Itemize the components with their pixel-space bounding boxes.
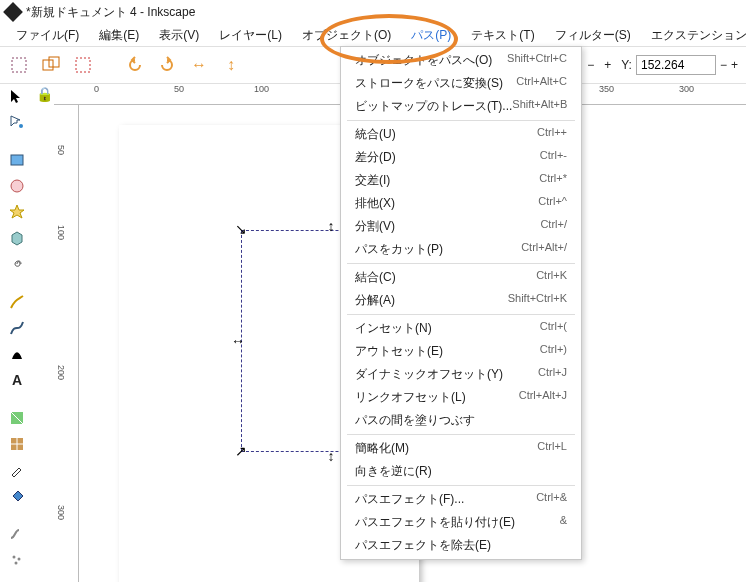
rect-tool[interactable] [7, 150, 27, 170]
menu-item-label: 簡略化(M) [355, 440, 409, 457]
menu-file[interactable]: ファイル(F) [6, 25, 89, 46]
path-menu-item[interactable]: パスエフェクトを貼り付け(E)& [341, 511, 581, 534]
coord-y-label: Y: [621, 58, 632, 72]
node-tool[interactable] [7, 112, 27, 132]
bezier-tool[interactable] [7, 318, 27, 338]
menu-item-label: 統合(U) [355, 126, 396, 143]
path-menu-item[interactable]: パスをカット(P)Ctrl+Alt+/ [341, 238, 581, 261]
path-menu-item[interactable]: 統合(U)Ctrl++ [341, 123, 581, 146]
menu-edit[interactable]: 編集(E) [89, 25, 149, 46]
flip-v-icon[interactable]: ↕ [220, 54, 242, 76]
menu-item-label: パスエフェクト(F)... [355, 491, 464, 508]
ruler-v-100: 100 [56, 225, 66, 240]
deselect-icon[interactable] [72, 54, 94, 76]
handle-sw[interactable]: ↗ [235, 445, 247, 457]
menu-extensions[interactable]: エクステンション(N) [641, 25, 746, 46]
menu-separator [347, 485, 575, 486]
path-menu-item[interactable]: パスエフェクト(F)...Ctrl+& [341, 488, 581, 511]
path-menu-item[interactable]: ビットマップのトレース(T)...Shift+Alt+B [341, 95, 581, 118]
svg-rect-0 [12, 58, 26, 72]
svg-rect-5 [11, 155, 23, 165]
path-menu-item[interactable]: パスの間を塗りつぶす [341, 409, 581, 432]
cube-tool[interactable] [7, 228, 27, 248]
path-menu-item[interactable]: リンクオフセット(L)Ctrl+Alt+J [341, 386, 581, 409]
svg-rect-3 [76, 58, 90, 72]
svg-point-10 [18, 558, 21, 561]
ruler-v-50: 50 [56, 145, 66, 155]
svg-point-6 [11, 180, 23, 192]
circle-tool[interactable] [7, 176, 27, 196]
menu-separator [347, 314, 575, 315]
menu-item-label: リンクオフセット(L) [355, 389, 466, 406]
path-menu-item[interactable]: アウトセット(E)Ctrl+) [341, 340, 581, 363]
menu-item-shortcut: Ctrl+Alt+C [516, 75, 567, 92]
path-menu-item[interactable]: 分解(A)Shift+Ctrl+K [341, 289, 581, 312]
coord-y-input[interactable] [636, 55, 716, 75]
menu-text[interactable]: テキスト(T) [461, 25, 544, 46]
menu-item-shortcut: Ctrl+J [538, 366, 567, 383]
handle-n[interactable]: ↕ [325, 220, 337, 232]
dropper-tool[interactable] [7, 460, 27, 480]
coord-plus[interactable]: + [604, 58, 611, 72]
path-menu-item[interactable]: 結合(C)Ctrl+K [341, 266, 581, 289]
menu-item-label: 結合(C) [355, 269, 396, 286]
coord-y-minus[interactable]: − [720, 58, 727, 72]
svg-rect-1 [43, 60, 53, 70]
menu-filters[interactable]: フィルター(S) [545, 25, 641, 46]
handle-w[interactable]: ↔ [231, 335, 243, 347]
path-menu-item[interactable]: 分割(V)Ctrl+/ [341, 215, 581, 238]
path-menu-item[interactable]: 交差(I)Ctrl+* [341, 169, 581, 192]
path-menu-item[interactable]: ストロークをパスに変換(S)Ctrl+Alt+C [341, 72, 581, 95]
path-menu-item[interactable]: オブジェクトをパスへ(O)Shift+Ctrl+C [341, 49, 581, 72]
selector-tool[interactable] [7, 86, 27, 106]
menu-item-shortcut: Ctrl+) [540, 343, 567, 360]
star-tool[interactable] [7, 202, 27, 222]
rotate-ccw-icon[interactable] [124, 54, 146, 76]
menu-layer[interactable]: レイヤー(L) [209, 25, 292, 46]
path-menu-item[interactable]: ダイナミックオフセット(Y)Ctrl+J [341, 363, 581, 386]
coord-y-plus[interactable]: + [731, 58, 738, 72]
select-all-icon[interactable] [8, 54, 30, 76]
ruler-h-0: 0 [94, 84, 99, 94]
menu-item-shortcut: Ctrl+/ [540, 218, 567, 235]
menu-item-shortcut: Shift+Alt+B [512, 98, 567, 115]
svg-point-9 [13, 556, 16, 559]
ruler-h-300: 300 [679, 84, 694, 94]
text-tool[interactable]: A [7, 370, 27, 390]
handle-nw[interactable]: ↘ [235, 223, 247, 235]
flip-h-icon[interactable]: ↔ [188, 54, 210, 76]
path-menu-item[interactable]: 向きを逆に(R) [341, 460, 581, 483]
handle-s[interactable]: ↕ [325, 450, 337, 462]
calligraphy-tool[interactable] [7, 344, 27, 364]
path-menu-item[interactable]: 排他(X)Ctrl+^ [341, 192, 581, 215]
bucket-tool[interactable] [7, 486, 27, 506]
menu-item-shortcut: Ctrl+* [539, 172, 567, 189]
menu-item-label: パスエフェクトを除去(E) [355, 537, 491, 554]
menu-view[interactable]: 表示(V) [149, 25, 209, 46]
mesh-tool[interactable] [7, 434, 27, 454]
spiral-tool[interactable] [7, 254, 27, 274]
path-menu-item[interactable]: パスエフェクトを除去(E) [341, 534, 581, 557]
pencil-tool[interactable] [7, 292, 27, 312]
menu-path[interactable]: パス(P) [401, 25, 461, 46]
menu-item-label: オブジェクトをパスへ(O) [355, 52, 492, 69]
ruler-h-50: 50 [174, 84, 184, 94]
svg-rect-2 [49, 57, 59, 67]
rotate-cw-icon[interactable] [156, 54, 178, 76]
menu-item-label: 分解(A) [355, 292, 395, 309]
path-menu-item[interactable]: 簡略化(M)Ctrl+L [341, 437, 581, 460]
menu-item-label: ビットマップのトレース(T)... [355, 98, 512, 115]
spray-tool[interactable] [7, 550, 27, 570]
menu-item-shortcut: & [560, 514, 567, 531]
app-logo [3, 2, 23, 22]
select-layers-icon[interactable] [40, 54, 62, 76]
lock-icon[interactable]: 🔒 [36, 86, 53, 582]
path-menu-item[interactable]: インセット(N)Ctrl+( [341, 317, 581, 340]
menu-separator [347, 120, 575, 121]
path-menu-item[interactable]: 差分(D)Ctrl+- [341, 146, 581, 169]
gradient-tool[interactable] [7, 408, 27, 428]
coord-minus[interactable]: − [587, 58, 594, 72]
menu-object[interactable]: オブジェクト(O) [292, 25, 401, 46]
tweak-tool[interactable] [7, 524, 27, 544]
menu-item-label: 分割(V) [355, 218, 395, 235]
